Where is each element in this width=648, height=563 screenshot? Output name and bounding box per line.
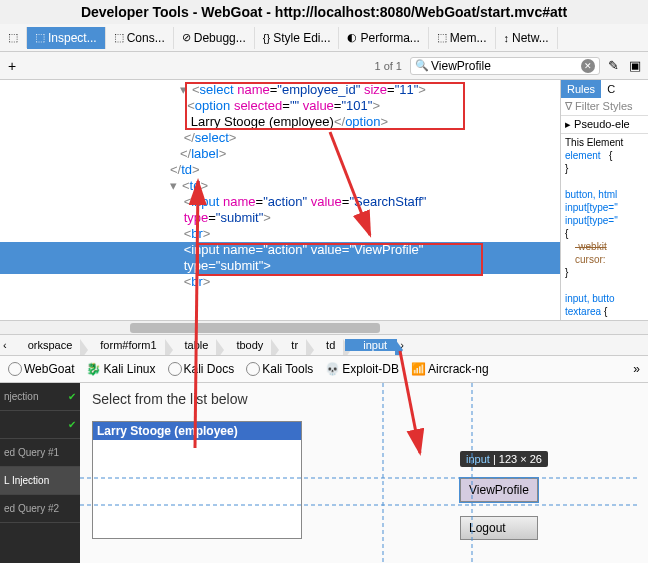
search-icon: 🔍 [415, 59, 429, 72]
breadcrumb-item-current[interactable]: input [345, 339, 397, 351]
page-content: njection✔ ✔ ed Query #1 L Injection ed Q… [0, 383, 648, 563]
breadcrumb-item[interactable]: table [167, 339, 219, 351]
bookmark-kali-linux[interactable]: 🐉Kali Linux [86, 362, 155, 376]
breadcrumb-item[interactable]: tr [273, 339, 308, 351]
check-icon: ✔ [68, 419, 76, 430]
tab-style-editor[interactable]: {}Style Edi... [255, 27, 340, 49]
element-tooltip: input | 123 × 26 [460, 451, 548, 467]
lesson-content: Select from the list below Larry Stooge … [80, 383, 648, 563]
logout-button[interactable]: Logout [460, 516, 538, 540]
search-box[interactable]: 🔍 ✕ [410, 57, 600, 75]
css-section-header: This Element [565, 136, 644, 149]
bookmark-exploit-db[interactable]: 💀Exploit-DB [325, 362, 399, 376]
tab-computed[interactable]: C [601, 80, 621, 98]
tab-performance[interactable]: ◐Performa... [339, 27, 428, 49]
check-icon: ✔ [68, 391, 76, 402]
search-input[interactable] [431, 59, 581, 73]
tab-rules[interactable]: Rules [561, 80, 601, 98]
search-count: 1 of 1 [374, 60, 402, 72]
rules-panel: Rules C ∇ Filter Styles ▸ Pseudo-ele Thi… [560, 80, 648, 320]
clear-search-button[interactable]: ✕ [581, 59, 595, 73]
panel-toggle-button[interactable]: ▣ [626, 57, 644, 75]
tab-console[interactable]: ⬚Cons... [106, 27, 174, 49]
breadcrumb-item[interactable]: td [308, 339, 345, 351]
horizontal-scrollbar[interactable] [0, 320, 648, 334]
filter-styles-input[interactable]: ∇ Filter Styles [561, 98, 648, 116]
sidebar-item[interactable]: njection✔ [0, 383, 80, 411]
highlighter-button[interactable]: ✎ [604, 57, 622, 75]
breadcrumb-item[interactable]: tbody [218, 339, 273, 351]
selected-node[interactable]: <input name="action" value="ViewProfile" [0, 242, 560, 258]
bookmark-aircrack[interactable]: 📶Aircrack-ng [411, 362, 489, 376]
instruction-text: Select from the list below [92, 391, 636, 407]
window-title: Developer Tools - WebGoat - http://local… [0, 0, 648, 24]
html-tree[interactable]: ▾<select name="employee_id" size="11"> <… [0, 80, 560, 320]
rules-tabs: Rules C [561, 80, 648, 98]
add-element-button[interactable]: + [4, 58, 20, 74]
devtools-tab-bar: ⬚ ⬚Inspect... ⬚Cons... ⊘Debugg... {}Styl… [0, 24, 648, 52]
view-profile-button[interactable]: ViewProfile [460, 478, 538, 502]
breadcrumb-scroll-left[interactable]: ‹ [0, 339, 10, 351]
employee-select[interactable]: Larry Stooge (employee) [92, 421, 302, 539]
bookmark-kali-tools[interactable]: Kali Tools [246, 362, 313, 376]
main-split: ▾<select name="employee_id" size="11"> <… [0, 80, 648, 320]
lesson-sidebar: njection✔ ✔ ed Query #1 L Injection ed Q… [0, 383, 80, 563]
breadcrumb-item[interactable]: orkspace [10, 339, 83, 351]
tab-network[interactable]: ↕Netw... [496, 27, 558, 49]
bookmark-webgoat[interactable]: WebGoat [8, 362, 74, 376]
pseudo-elements-section[interactable]: ▸ Pseudo-ele [561, 116, 648, 134]
pick-element-button[interactable]: ⬚ [0, 27, 27, 48]
tab-debugger[interactable]: ⊘Debugg... [174, 27, 255, 49]
employee-option[interactable]: Larry Stooge (employee) [93, 422, 301, 440]
bookmarks-overflow[interactable]: » [633, 362, 640, 376]
bookmarks-bar: WebGoat 🐉Kali Linux Kali Docs Kali Tools… [0, 356, 648, 383]
inspector-toolbar: + 1 of 1 🔍 ✕ ✎ ▣ [0, 52, 648, 80]
breadcrumb-item[interactable]: form#form1 [82, 339, 166, 351]
bookmark-kali-docs[interactable]: Kali Docs [168, 362, 235, 376]
tab-inspector[interactable]: ⬚Inspect... [27, 27, 106, 49]
sidebar-item-selected[interactable]: L Injection [0, 467, 80, 495]
sidebar-item[interactable]: ed Query #1 [0, 439, 80, 467]
sidebar-item[interactable]: ed Query #2 [0, 495, 80, 523]
dom-breadcrumb: ‹ orkspace form#form1 table tbody tr td … [0, 334, 648, 356]
tab-memory[interactable]: ⬚Mem... [429, 27, 496, 49]
sidebar-item[interactable]: ✔ [0, 411, 80, 439]
